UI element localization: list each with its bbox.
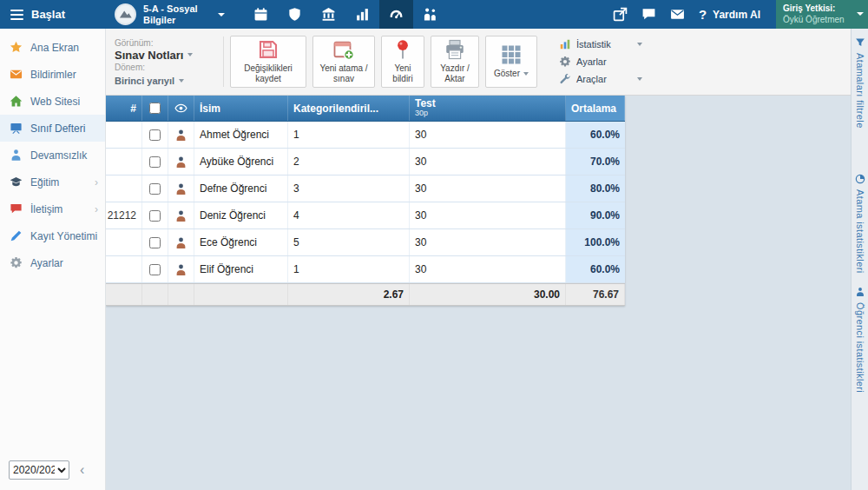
category-cell[interactable]: 5 xyxy=(288,229,410,255)
test-score-cell[interactable]: 30 xyxy=(410,202,566,228)
sidebar-item-sinif-defteri[interactable]: Sınıf Defteri xyxy=(0,115,105,142)
header-name[interactable]: İsim xyxy=(194,96,288,121)
header-test[interactable]: Test 30p xyxy=(410,96,566,121)
grades-table: # İsim Kategorilendiril... Test 30p Orta… xyxy=(106,96,625,306)
test-score-cell[interactable]: 30 xyxy=(410,256,566,282)
row-checkbox[interactable] xyxy=(149,210,161,222)
student-statistics-tab[interactable]: Öğrenci istatistikleri xyxy=(855,287,865,393)
school-logo[interactable] xyxy=(115,3,136,25)
test-score-cell[interactable]: 30 xyxy=(410,149,566,175)
totals-name-cell xyxy=(194,284,288,305)
reports-app-button[interactable] xyxy=(345,0,379,29)
speech-bubble-icon xyxy=(10,202,23,215)
person-icon xyxy=(855,287,865,297)
new-notice-button[interactable]: Yeni bildiri xyxy=(381,36,424,88)
mail-icon xyxy=(670,7,685,22)
class-selector-label: 5-A - Sosyal Bilgiler xyxy=(143,3,213,25)
select-all-checkbox[interactable] xyxy=(149,103,161,114)
totals-number-cell xyxy=(106,284,142,305)
sidebar-item-egitim[interactable]: Eğitim xyxy=(0,169,105,195)
student-name[interactable]: Ahmet Öğrenci xyxy=(194,122,288,148)
row-avatar-cell[interactable] xyxy=(168,256,194,282)
header-test-points: 30p xyxy=(415,109,428,117)
chevron-down-icon xyxy=(857,12,864,16)
sidebar-item-kayit-yonetimi[interactable]: Kayıt Yönetimi xyxy=(0,222,105,249)
sidebar-item-web-sitesi[interactable]: Web Sitesi xyxy=(0,88,105,115)
row-checkbox[interactable] xyxy=(149,129,161,141)
header-average[interactable]: Ortalama xyxy=(566,96,625,121)
topbar-right-group: ? Yardım Al Giriş Yetkisi: Öykü Öğretmen xyxy=(613,0,868,29)
student-name[interactable]: Aybüke Öğrenci xyxy=(194,149,288,175)
pen-icon xyxy=(10,229,23,242)
totals-checkbox-cell xyxy=(142,284,168,305)
sidebar-item-ayarlar[interactable]: Ayarlar xyxy=(0,249,105,276)
pie-chart-icon xyxy=(855,174,865,184)
row-avatar-cell[interactable] xyxy=(168,229,194,255)
help-button[interactable]: ? Yardım Al xyxy=(699,7,760,22)
export-button[interactable] xyxy=(613,7,628,22)
chevron-down-icon xyxy=(637,43,642,46)
start-button[interactable]: Başlat xyxy=(0,8,106,21)
assignment-statistics-tab[interactable]: Atama istatistikleri xyxy=(855,174,865,274)
security-app-button[interactable] xyxy=(278,0,312,29)
row-checkbox[interactable] xyxy=(149,237,161,248)
test-score-cell[interactable]: 30 xyxy=(410,175,566,202)
header-checkbox-cell xyxy=(142,96,168,121)
institution-app-button[interactable] xyxy=(312,0,345,29)
sidebar-item-bildirimler[interactable]: Bildirimler xyxy=(0,61,105,88)
people-app-button[interactable] xyxy=(413,0,447,29)
header-category[interactable]: Kategorilendiril... xyxy=(288,96,410,121)
row-checkbox[interactable] xyxy=(149,264,161,275)
table-row: Ece Öğrenci 5 30 100.0% xyxy=(106,229,625,256)
sidebar-item-iletisim[interactable]: İletişim xyxy=(0,195,105,222)
tools-menu-button[interactable]: Araçlar xyxy=(557,72,644,86)
view-dropdown[interactable]: Sınav Notları xyxy=(115,49,214,62)
show-dropdown-button[interactable]: Göster xyxy=(485,36,537,88)
statistics-menu-button[interactable]: İstatistik xyxy=(557,37,644,51)
new-assignment-button[interactable]: Yeni atama / sınav xyxy=(312,36,375,88)
sidebar-item-ana-ekran[interactable]: Ana Ekran xyxy=(0,34,105,61)
category-cell[interactable]: 4 xyxy=(288,202,410,228)
term-dropdown[interactable]: Birinci yarıyıl xyxy=(115,76,214,86)
category-cell[interactable]: 1 xyxy=(288,256,410,282)
chat-icon xyxy=(641,7,656,22)
row-checkbox[interactable] xyxy=(149,183,161,195)
test-score-cell[interactable]: 30 xyxy=(410,229,566,255)
login-role-selector[interactable]: Giriş Yetkisi: Öykü Öğretmen xyxy=(776,0,868,29)
school-year-select[interactable]: 2020/2021 xyxy=(9,460,69,480)
class-selector[interactable]: 5-A - Sosyal Bilgiler xyxy=(143,3,225,25)
row-checkbox[interactable] xyxy=(149,156,161,168)
dashboard-app-button[interactable] xyxy=(379,0,413,29)
toolbar-menu-stack: İstatistik Ayarlar Araçlar xyxy=(557,37,644,86)
header-visibility-cell[interactable] xyxy=(168,96,194,121)
category-cell[interactable]: 3 xyxy=(288,175,410,202)
topbar: Başlat 5-A - Sosyal Bilgiler xyxy=(0,0,868,29)
student-name[interactable]: Elif Öğrenci xyxy=(194,256,288,282)
row-avatar-cell[interactable] xyxy=(168,175,194,202)
row-avatar-cell[interactable] xyxy=(168,202,194,228)
visibility-icon xyxy=(174,102,187,115)
chat-button[interactable] xyxy=(641,7,656,22)
row-avatar-cell[interactable] xyxy=(168,122,194,148)
sidebar-item-devamsizlik[interactable]: Devamsızlık xyxy=(0,142,105,169)
category-cell[interactable]: 2 xyxy=(288,149,410,175)
settings-menu-button[interactable]: Ayarlar xyxy=(557,55,644,69)
term-label: Dönem: xyxy=(115,63,214,72)
totals-average: 76.67 xyxy=(566,284,625,305)
student-name[interactable]: Defne Öğrenci xyxy=(194,175,288,202)
filter-assignments-tab[interactable]: Atamaları filtrele xyxy=(855,37,865,129)
print-export-button[interactable]: Yazdır / Aktar xyxy=(431,36,479,88)
calendar-app-button[interactable] xyxy=(244,0,278,29)
student-name[interactable]: Ece Öğrenci xyxy=(194,229,288,255)
gear-icon xyxy=(559,56,571,68)
student-name[interactable]: Deniz Öğrenci xyxy=(194,202,288,228)
category-cell[interactable]: 1 xyxy=(288,122,410,148)
sidebar-footer: 2020/2021 xyxy=(0,452,105,490)
test-score-cell[interactable]: 30 xyxy=(410,122,566,148)
mail-button[interactable] xyxy=(670,7,685,22)
row-avatar-cell[interactable] xyxy=(168,149,194,175)
average-cell: 100.0% xyxy=(566,229,625,255)
header-number[interactable]: # xyxy=(106,96,142,121)
collapse-sidebar-button[interactable] xyxy=(80,463,84,477)
save-changes-button[interactable]: Değişiklikleri kaydet xyxy=(230,36,306,88)
